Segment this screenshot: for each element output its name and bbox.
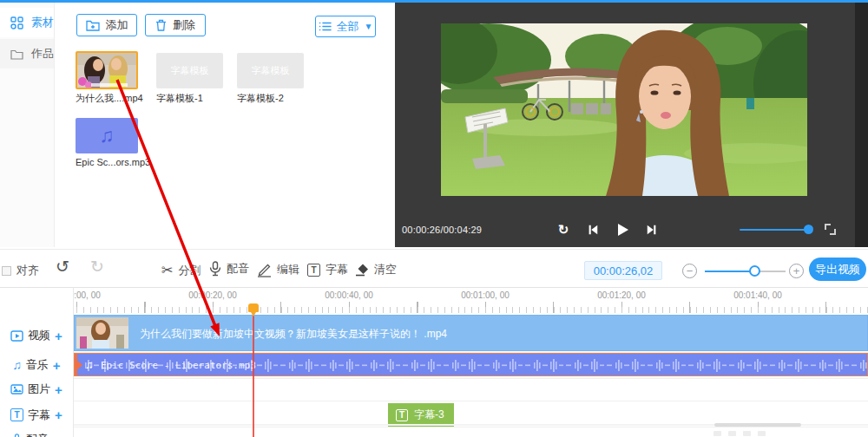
media-item-template-2-thumbnail[interactable]: 字幕模板 (237, 53, 304, 88)
fullscreen-icon[interactable] (825, 224, 836, 235)
template-placeholder-text: 字幕模板 (171, 64, 209, 77)
clear-label: 清空 (374, 262, 397, 277)
track-header-dub: 配音 + (0, 429, 73, 437)
timeline-clip-video[interactable]: 为什么我们要做新加坡中文视频？新加坡美女是这样子说的！ .mp4 (74, 315, 868, 351)
ruler-label: 00:01:20, 00 (597, 290, 646, 300)
redo-button[interactable]: ↻ (90, 257, 104, 277)
clip-music-name: Epic Score - Liberators.mp3 (101, 360, 256, 371)
timeline-clip-music[interactable]: ♫ Epic Score - Liberators.mp3 (74, 353, 868, 376)
dub-label: 配音 (227, 261, 249, 277)
zoom-out-button[interactable]: − (682, 264, 697, 278)
next-frame-icon (646, 224, 658, 236)
add-subtitle-button[interactable]: + (55, 408, 62, 422)
media-item-template-1-thumbnail[interactable]: 字幕模板 (156, 53, 223, 88)
media-item-video-thumbnail[interactable] (76, 51, 138, 89)
ruler-label: 00:00:40, 00 (325, 290, 373, 300)
video-thumbnail-scene (77, 53, 138, 89)
ruler-label: 00:01:40, 00 (733, 290, 782, 300)
media-item-video-name: 为什么我....mp4 (76, 92, 143, 105)
edit-label: 编辑 (277, 262, 299, 277)
edit-button[interactable]: 编辑 (257, 262, 299, 277)
folder-icon (10, 49, 23, 60)
play-button[interactable] (615, 222, 630, 238)
sidebar-tab-works[interactable]: 作品 (0, 39, 54, 68)
snap-align-toggle[interactable]: 对齐 (2, 263, 39, 278)
library-sidebar: 素材 作品 (0, 3, 55, 247)
eraser-icon (355, 263, 369, 277)
track-header-music: ♫ 音乐 + (0, 353, 73, 377)
filter-selected-label: 全部 (337, 19, 359, 35)
clear-button[interactable]: 清空 (355, 262, 397, 277)
clip-video-name: 为什么我们要做新加坡中文视频？新加坡美女是这样子说的！ .mp4 (140, 327, 447, 342)
text-icon: T (307, 264, 320, 277)
chevron-down-icon: ▼ (365, 22, 373, 31)
text-icon: T (396, 409, 408, 421)
timeline-ruler[interactable]: 00:00:00, 00 00:00:20, 00 00:00:40, 00 0… (74, 290, 868, 303)
clip-trim-handle-arrow (77, 361, 82, 369)
track-label: 配音 (26, 432, 49, 437)
ruler-label: 00:00:00, 00 (74, 290, 101, 300)
dub-button[interactable]: 配音 (209, 261, 249, 277)
add-dub-button[interactable]: + (53, 433, 61, 437)
checkbox-icon[interactable] (2, 266, 11, 276)
media-item-audio-thumbnail[interactable]: ♫ (76, 118, 138, 153)
media-item-template-1-name: 字幕模板-1 (156, 92, 203, 105)
track-label: 图片 (28, 382, 50, 397)
trash-icon (155, 19, 167, 31)
track-header-image: 图片 + (0, 379, 73, 400)
preview-time-display: 00:00:26/00:04:29 (402, 225, 482, 235)
playhead-handle[interactable] (248, 303, 259, 312)
add-music-button[interactable]: + (53, 358, 61, 373)
folder-plus-icon (86, 19, 100, 31)
music-note-icon: ♫ (99, 124, 114, 147)
timeline-zoom-track[interactable] (757, 271, 786, 272)
loop-icon[interactable]: ↻ (556, 222, 571, 238)
timecode-display[interactable]: 00:00:26,02 (584, 261, 662, 280)
delete-button-label: 删除 (173, 17, 195, 33)
media-item-template-2-name: 字幕模板-2 (237, 92, 284, 105)
playhead-handle-tip (251, 312, 256, 316)
tab-works-label: 作品 (31, 46, 54, 62)
track-header-video: 视频 + (0, 323, 73, 349)
video-editor-app: 素材 作品 添加 删除 (0, 0, 868, 437)
add-video-button[interactable]: + (55, 329, 62, 343)
split-label: 分割 (178, 263, 201, 278)
row-separator (0, 401, 868, 401)
playhead-line (253, 316, 254, 437)
grid-icon (10, 16, 23, 29)
preview-panel: 00:00:26/00:04:29 ↻ (395, 3, 868, 247)
volume-slider-handle[interactable] (804, 225, 813, 234)
ruler-label: 00:00:20, 00 (188, 290, 237, 300)
undo-button[interactable]: ↺ (56, 257, 69, 277)
subtitle-button[interactable]: T 字幕 (307, 262, 348, 277)
scissors-icon: ✂ (161, 262, 173, 278)
track-header-subtitle: T 字幕 + (0, 403, 73, 427)
zoom-in-button[interactable]: + (789, 264, 804, 278)
export-video-button[interactable]: 导出视频 (809, 258, 866, 281)
ruler-label: 00:01:00, 00 (461, 290, 510, 300)
image-track-icon (10, 384, 23, 395)
subtitle-label: 字幕 (326, 262, 348, 277)
edit-toolbar: 对齐 ↺ ↻ ✂ 分割 配音 编辑 T 字幕 (0, 249, 868, 288)
sidebar-tab-materials[interactable]: 素材 (0, 8, 54, 37)
split-button[interactable]: ✂ 分割 (161, 262, 201, 278)
filter-dropdown[interactable]: 全部 ▼ (315, 16, 376, 37)
preview-video-scene (441, 23, 807, 196)
row-separator (0, 427, 868, 427)
add-image-button[interactable]: + (55, 382, 62, 397)
volume-slider-track[interactable] (740, 229, 809, 231)
previous-frame-button[interactable] (585, 222, 601, 238)
timeline-scrollbar-thumb[interactable] (714, 423, 801, 427)
track-header-column: 视频 + ♫ 音乐 + 图片 + T 字幕 + (0, 288, 74, 437)
align-label: 对齐 (16, 263, 39, 278)
add-button[interactable]: 添加 (76, 14, 137, 36)
track-label: 音乐 (26, 357, 49, 373)
track-label: 字幕 (28, 408, 50, 423)
delete-button[interactable]: 删除 (145, 14, 206, 36)
timeline-zoom-track-filled[interactable] (705, 271, 754, 272)
music-note-icon: ♫ (85, 358, 94, 371)
timeline-clip-subtitle[interactable]: T 字幕-3 (388, 403, 454, 427)
timeline-zoom-handle[interactable] (749, 265, 760, 277)
next-frame-button[interactable] (644, 222, 660, 238)
preview-video-frame[interactable] (441, 23, 807, 196)
